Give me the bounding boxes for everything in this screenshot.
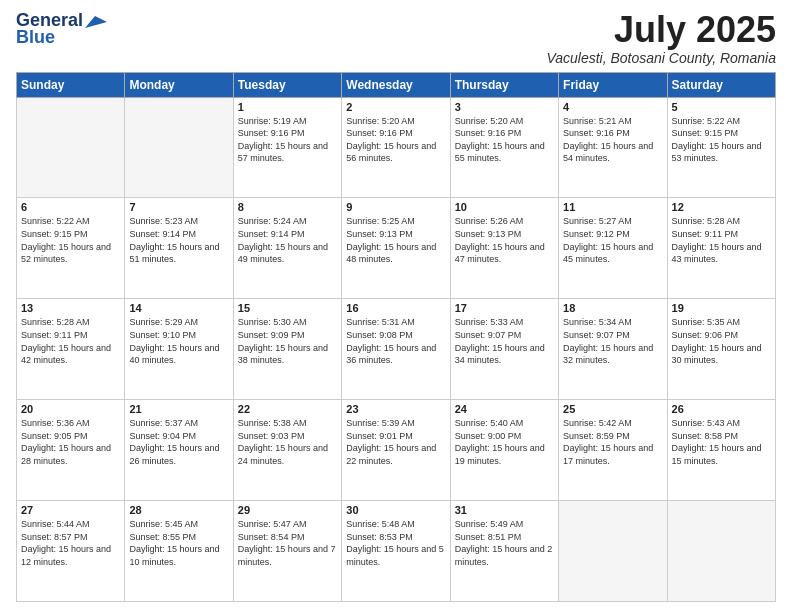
col-tuesday: Tuesday [233,72,341,97]
day-number: 17 [455,302,554,314]
day-info: Sunrise: 5:44 AM Sunset: 8:57 PM Dayligh… [21,518,120,568]
day-info: Sunrise: 5:49 AM Sunset: 8:51 PM Dayligh… [455,518,554,568]
day-number: 4 [563,101,662,113]
day-number: 14 [129,302,228,314]
page: General Blue July 2025 Vaculesti, Botosa… [0,0,792,612]
day-info: Sunrise: 5:20 AM Sunset: 9:16 PM Dayligh… [346,115,445,165]
calendar-cell: 3Sunrise: 5:20 AM Sunset: 9:16 PM Daylig… [450,97,558,198]
week-row-2: 6Sunrise: 5:22 AM Sunset: 9:15 PM Daylig… [17,198,776,299]
calendar-cell: 17Sunrise: 5:33 AM Sunset: 9:07 PM Dayli… [450,299,558,400]
location-title: Vaculesti, Botosani County, Romania [546,50,776,66]
calendar-cell: 21Sunrise: 5:37 AM Sunset: 9:04 PM Dayli… [125,400,233,501]
calendar-cell [125,97,233,198]
calendar-cell: 30Sunrise: 5:48 AM Sunset: 8:53 PM Dayli… [342,501,450,602]
day-info: Sunrise: 5:39 AM Sunset: 9:01 PM Dayligh… [346,417,445,467]
svg-marker-0 [85,16,107,28]
day-info: Sunrise: 5:36 AM Sunset: 9:05 PM Dayligh… [21,417,120,467]
day-number: 18 [563,302,662,314]
day-info: Sunrise: 5:24 AM Sunset: 9:14 PM Dayligh… [238,215,337,265]
day-number: 20 [21,403,120,415]
day-number: 11 [563,201,662,213]
day-info: Sunrise: 5:21 AM Sunset: 9:16 PM Dayligh… [563,115,662,165]
day-number: 27 [21,504,120,516]
month-title: July 2025 [546,10,776,50]
day-number: 9 [346,201,445,213]
day-number: 19 [672,302,771,314]
day-number: 10 [455,201,554,213]
day-number: 13 [21,302,120,314]
col-friday: Friday [559,72,667,97]
day-info: Sunrise: 5:28 AM Sunset: 9:11 PM Dayligh… [21,316,120,366]
calendar-cell: 10Sunrise: 5:26 AM Sunset: 9:13 PM Dayli… [450,198,558,299]
header-row: Sunday Monday Tuesday Wednesday Thursday… [17,72,776,97]
day-info: Sunrise: 5:48 AM Sunset: 8:53 PM Dayligh… [346,518,445,568]
calendar-cell: 8Sunrise: 5:24 AM Sunset: 9:14 PM Daylig… [233,198,341,299]
day-info: Sunrise: 5:28 AM Sunset: 9:11 PM Dayligh… [672,215,771,265]
calendar-cell: 5Sunrise: 5:22 AM Sunset: 9:15 PM Daylig… [667,97,775,198]
calendar-body: 1Sunrise: 5:19 AM Sunset: 9:16 PM Daylig… [17,97,776,601]
day-number: 2 [346,101,445,113]
calendar-cell: 7Sunrise: 5:23 AM Sunset: 9:14 PM Daylig… [125,198,233,299]
calendar-cell: 31Sunrise: 5:49 AM Sunset: 8:51 PM Dayli… [450,501,558,602]
calendar-table: Sunday Monday Tuesday Wednesday Thursday… [16,72,776,602]
day-number: 15 [238,302,337,314]
day-number: 22 [238,403,337,415]
day-info: Sunrise: 5:23 AM Sunset: 9:14 PM Dayligh… [129,215,228,265]
calendar-cell: 4Sunrise: 5:21 AM Sunset: 9:16 PM Daylig… [559,97,667,198]
calendar-cell: 20Sunrise: 5:36 AM Sunset: 9:05 PM Dayli… [17,400,125,501]
day-info: Sunrise: 5:19 AM Sunset: 9:16 PM Dayligh… [238,115,337,165]
calendar-cell: 27Sunrise: 5:44 AM Sunset: 8:57 PM Dayli… [17,501,125,602]
day-info: Sunrise: 5:45 AM Sunset: 8:55 PM Dayligh… [129,518,228,568]
day-number: 16 [346,302,445,314]
calendar-cell: 16Sunrise: 5:31 AM Sunset: 9:08 PM Dayli… [342,299,450,400]
title-block: July 2025 Vaculesti, Botosani County, Ro… [546,10,776,66]
calendar-cell [17,97,125,198]
calendar-cell: 18Sunrise: 5:34 AM Sunset: 9:07 PM Dayli… [559,299,667,400]
calendar-cell: 13Sunrise: 5:28 AM Sunset: 9:11 PM Dayli… [17,299,125,400]
day-info: Sunrise: 5:31 AM Sunset: 9:08 PM Dayligh… [346,316,445,366]
day-info: Sunrise: 5:27 AM Sunset: 9:12 PM Dayligh… [563,215,662,265]
day-info: Sunrise: 5:40 AM Sunset: 9:00 PM Dayligh… [455,417,554,467]
day-number: 6 [21,201,120,213]
day-info: Sunrise: 5:20 AM Sunset: 9:16 PM Dayligh… [455,115,554,165]
calendar-cell: 25Sunrise: 5:42 AM Sunset: 8:59 PM Dayli… [559,400,667,501]
col-thursday: Thursday [450,72,558,97]
day-info: Sunrise: 5:26 AM Sunset: 9:13 PM Dayligh… [455,215,554,265]
day-info: Sunrise: 5:22 AM Sunset: 9:15 PM Dayligh… [21,215,120,265]
day-number: 23 [346,403,445,415]
col-monday: Monday [125,72,233,97]
day-number: 29 [238,504,337,516]
day-info: Sunrise: 5:35 AM Sunset: 9:06 PM Dayligh… [672,316,771,366]
day-number: 12 [672,201,771,213]
day-number: 30 [346,504,445,516]
day-number: 7 [129,201,228,213]
col-sunday: Sunday [17,72,125,97]
calendar-cell: 1Sunrise: 5:19 AM Sunset: 9:16 PM Daylig… [233,97,341,198]
day-info: Sunrise: 5:33 AM Sunset: 9:07 PM Dayligh… [455,316,554,366]
day-number: 21 [129,403,228,415]
day-info: Sunrise: 5:29 AM Sunset: 9:10 PM Dayligh… [129,316,228,366]
day-info: Sunrise: 5:37 AM Sunset: 9:04 PM Dayligh… [129,417,228,467]
day-number: 28 [129,504,228,516]
logo-icon [85,14,107,30]
calendar-cell: 26Sunrise: 5:43 AM Sunset: 8:58 PM Dayli… [667,400,775,501]
day-info: Sunrise: 5:25 AM Sunset: 9:13 PM Dayligh… [346,215,445,265]
calendar-cell: 22Sunrise: 5:38 AM Sunset: 9:03 PM Dayli… [233,400,341,501]
day-info: Sunrise: 5:34 AM Sunset: 9:07 PM Dayligh… [563,316,662,366]
col-wednesday: Wednesday [342,72,450,97]
day-info: Sunrise: 5:43 AM Sunset: 8:58 PM Dayligh… [672,417,771,467]
day-info: Sunrise: 5:42 AM Sunset: 8:59 PM Dayligh… [563,417,662,467]
logo-blue: Blue [16,27,55,48]
week-row-5: 27Sunrise: 5:44 AM Sunset: 8:57 PM Dayli… [17,501,776,602]
calendar-cell: 15Sunrise: 5:30 AM Sunset: 9:09 PM Dayli… [233,299,341,400]
day-number: 8 [238,201,337,213]
week-row-4: 20Sunrise: 5:36 AM Sunset: 9:05 PM Dayli… [17,400,776,501]
calendar-cell [667,501,775,602]
header: General Blue July 2025 Vaculesti, Botosa… [16,10,776,66]
week-row-1: 1Sunrise: 5:19 AM Sunset: 9:16 PM Daylig… [17,97,776,198]
day-info: Sunrise: 5:38 AM Sunset: 9:03 PM Dayligh… [238,417,337,467]
day-number: 25 [563,403,662,415]
week-row-3: 13Sunrise: 5:28 AM Sunset: 9:11 PM Dayli… [17,299,776,400]
day-number: 5 [672,101,771,113]
day-info: Sunrise: 5:47 AM Sunset: 8:54 PM Dayligh… [238,518,337,568]
